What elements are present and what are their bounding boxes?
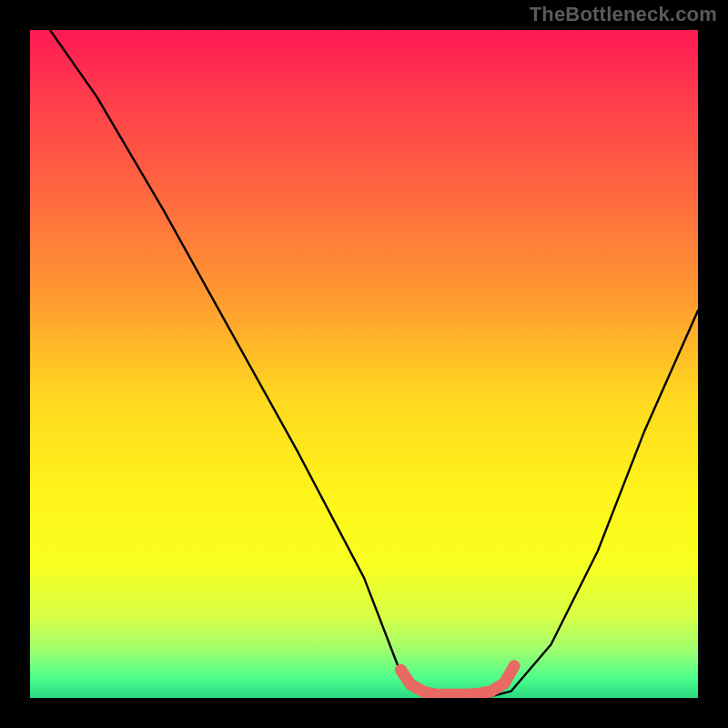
curve-layer <box>30 30 698 698</box>
chart-frame: TheBottleneck.com <box>0 0 728 728</box>
attribution-text: TheBottleneck.com <box>530 3 717 26</box>
bottleneck-curve <box>50 30 698 698</box>
optimal-range-marker <box>400 666 514 695</box>
plot-area <box>30 30 698 698</box>
